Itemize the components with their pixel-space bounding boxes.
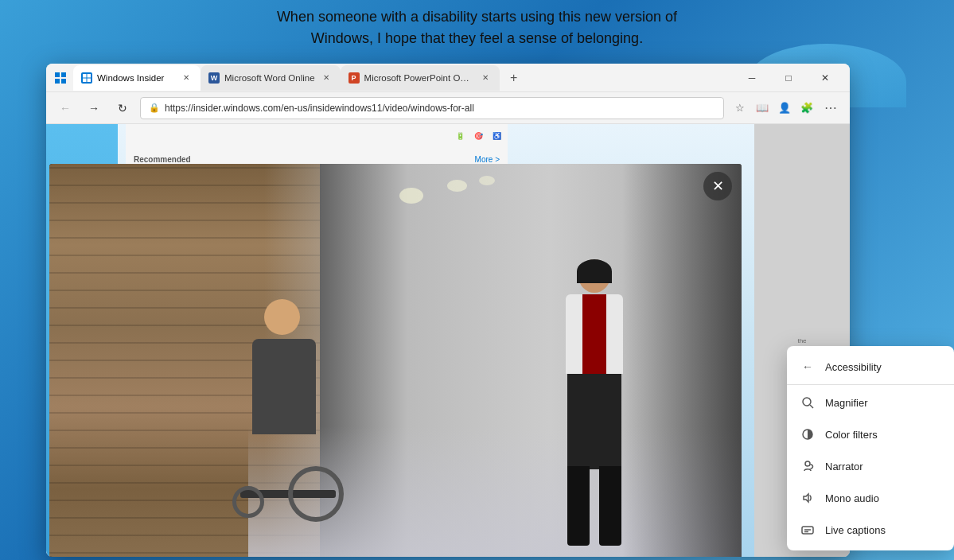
narrator-icon [800, 458, 816, 474]
standing-person-scarf [582, 294, 606, 382]
svg-rect-6 [83, 78, 87, 82]
tabs-area: Windows Insider ✕ W Microsoft Word Onlin… [73, 64, 734, 91]
battery-icon: 🔋 [456, 132, 465, 140]
light-3 [479, 176, 495, 185]
svg-rect-0 [55, 72, 60, 77]
tab-favicon-windows [81, 72, 92, 84]
tab-favicon-word: W [208, 72, 220, 84]
light-1 [399, 188, 423, 204]
menu-divider-1 [787, 384, 954, 385]
mono-audio-icon [800, 490, 816, 506]
new-tab-button[interactable]: + [503, 67, 525, 89]
dark-right-overlay [622, 164, 742, 557]
more-link[interactable]: More > [475, 155, 500, 164]
address-bar-icons: ☆ 📖 👤 🧩 ⋯ [730, 97, 842, 119]
light-2 [447, 180, 467, 192]
color-filters-label: Color filters [825, 429, 941, 441]
video-close-button[interactable]: ✕ [703, 172, 732, 200]
svg-rect-1 [61, 72, 66, 77]
accessibility-dropdown: ← Accessibility Magnifier Color filters [787, 346, 954, 550]
browser-content: 🔋 🎯 ♿ Recommended More > Get Started Wel… [46, 124, 850, 557]
url-text: https://insider.windows.com/en-us/inside… [165, 103, 715, 114]
address-box[interactable]: 🔒 https://insider.windows.com/en-us/insi… [140, 97, 724, 119]
svg-line-13 [810, 405, 813, 408]
close-button[interactable]: ✕ [807, 64, 843, 92]
tab-windows-insider[interactable]: Windows Insider ✕ [73, 65, 201, 91]
quote-text: When someone with a disability starts us… [0, 6, 954, 49]
address-bar: ← → ↻ 🔒 https://insider.windows.com/en-u… [46, 92, 850, 124]
tab-close-windows[interactable]: ✕ [180, 72, 193, 84]
color-filters-menu-item[interactable]: Color filters [787, 418, 954, 450]
svg-rect-3 [61, 79, 66, 84]
magnifier-icon [800, 395, 816, 410]
focus-icon: 🎯 [474, 132, 483, 140]
standing-person-skirt [567, 374, 621, 469]
narrator-label: Narrator [825, 461, 941, 472]
browser-titlebar: Windows Insider ✕ W Microsoft Word Onlin… [46, 64, 850, 92]
top-icons-bar: 🔋 🎯 ♿ [349, 124, 508, 148]
wheelchair-person [224, 299, 352, 522]
accessibility-label: Accessibility [825, 361, 941, 373]
tab-title-windows: Windows Insider [97, 73, 175, 83]
wheelchair-person-head [264, 299, 300, 335]
accessibility-menu-header[interactable]: ← Accessibility [787, 351, 954, 383]
video-overlay: ✕ [49, 164, 742, 557]
tab-title-word: Microsoft Word Online [224, 73, 315, 83]
svg-rect-2 [55, 79, 60, 84]
mono-audio-label: Mono audio [825, 492, 941, 504]
standing-person-hair [577, 259, 612, 283]
standing-person-leg-right [599, 466, 621, 546]
browser-profile-icon[interactable]: 👤 [775, 99, 794, 118]
reading-view-icon[interactable]: 📖 [753, 99, 772, 118]
browser-window: Windows Insider ✕ W Microsoft Word Onlin… [46, 64, 850, 557]
svg-rect-5 [88, 74, 92, 78]
magnifier-menu-item[interactable]: Magnifier [787, 387, 954, 418]
tab-favicon-ppt: P [349, 72, 360, 84]
favorites-icon[interactable]: ☆ [730, 99, 750, 118]
browser-app-icon [53, 70, 68, 86]
browser-menu-button[interactable]: ⋯ [820, 97, 842, 119]
recommended-label: Recommended [134, 155, 191, 164]
svg-rect-4 [83, 74, 87, 78]
tab-title-ppt: Microsoft PowerPoint Online [364, 73, 474, 83]
accessibility-icon: ♿ [493, 132, 501, 140]
tab-close-word[interactable]: ✕ [320, 72, 333, 84]
narrator-menu-item[interactable]: Narrator [787, 450, 954, 482]
svg-rect-7 [88, 78, 92, 82]
tab-word-online[interactable]: W Microsoft Word Online ✕ [201, 65, 341, 91]
svg-point-12 [803, 398, 811, 406]
forward-button[interactable]: → [83, 97, 105, 119]
refresh-button[interactable]: ↻ [111, 97, 134, 119]
svg-point-15 [805, 461, 810, 466]
lock-icon: 🔒 [149, 103, 160, 113]
video-scene [49, 164, 742, 557]
mono-audio-menu-item[interactable]: Mono audio [787, 482, 954, 514]
live-captions-label: Live captions [825, 524, 941, 536]
wheelchair-wheel-right [288, 466, 344, 522]
tab-powerpoint-online[interactable]: P Microsoft PowerPoint Online ✕ [341, 65, 500, 91]
window-controls: ─ □ ✕ [734, 64, 843, 92]
tab-close-ppt[interactable]: ✕ [479, 72, 492, 84]
standing-person-leg-left [567, 466, 590, 546]
minimize-button[interactable]: ─ [734, 64, 770, 92]
back-button[interactable]: ← [54, 97, 76, 119]
live-captions-menu-item[interactable]: Live captions [787, 514, 954, 546]
wheelchair-wheel-left [232, 486, 264, 518]
magnifier-label: Magnifier [825, 397, 941, 409]
back-arrow-icon: ← [800, 359, 816, 375]
maximize-button[interactable]: □ [770, 64, 807, 92]
extensions-icon[interactable]: 🧩 [797, 99, 816, 118]
color-filters-icon [800, 426, 816, 442]
live-captions-icon [800, 522, 816, 538]
wheelchair [232, 426, 344, 522]
wheelchair-person-body [252, 339, 316, 434]
